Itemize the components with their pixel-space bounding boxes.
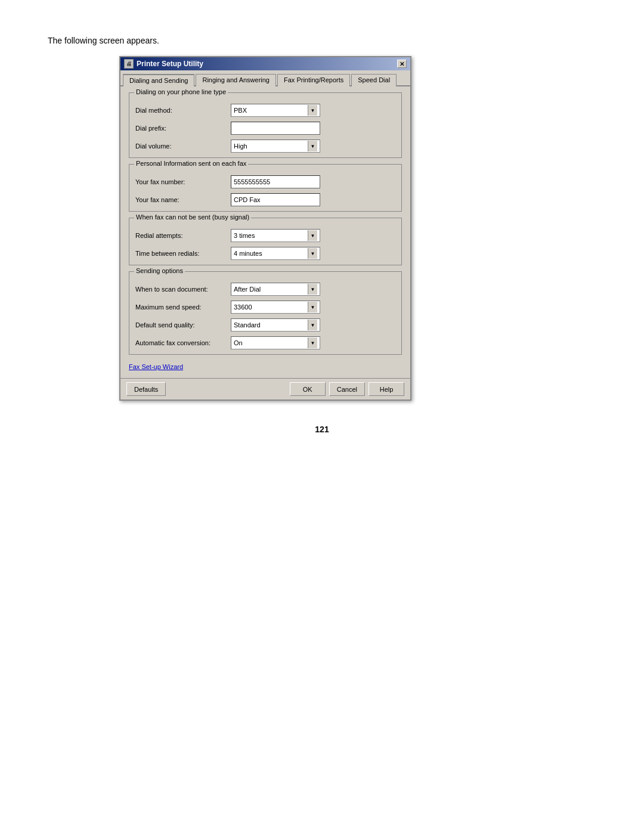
max-send-speed-control: 33600 ▼ <box>231 301 395 314</box>
dialog-titlebar: 🖨 Printer Setup Utility ✕ <box>120 57 410 70</box>
fax-number-input[interactable] <box>231 175 320 188</box>
sending-group-title: Sending options <box>134 267 185 274</box>
dial-volume-row: Dial volume: High ▼ <box>135 140 395 153</box>
dial-method-control: PBX ▼ <box>231 104 395 117</box>
dialog-title: Printer Setup Utility <box>137 60 203 68</box>
time-between-redials-select[interactable]: 4 minutes ▼ <box>231 247 320 260</box>
dial-method-arrow: ▼ <box>308 105 317 116</box>
dialing-group: Dialing on your phone line type Dial met… <box>129 92 402 158</box>
time-between-redials-label: Time between redials: <box>135 250 231 257</box>
personal-group: Personal Information sent on each fax Yo… <box>129 164 402 212</box>
fax-name-label: Your fax name: <box>135 196 231 203</box>
auto-fax-conversion-arrow: ▼ <box>308 337 317 348</box>
default-send-quality-arrow: ▼ <box>308 320 317 330</box>
wizard-link-row: Fax Set-up Wizard <box>129 361 402 372</box>
fax-setup-wizard-link[interactable]: Fax Set-up Wizard <box>129 363 183 370</box>
intro-text: The following screen appears. <box>48 36 159 45</box>
fax-number-label: Your fax number: <box>135 178 231 185</box>
cancel-button[interactable]: Cancel <box>329 382 365 396</box>
time-between-redials-row: Time between redials: 4 minutes ▼ <box>135 247 395 260</box>
close-button[interactable]: ✕ <box>397 60 407 68</box>
fax-name-control <box>231 193 395 206</box>
dial-method-row: Dial method: PBX ▼ <box>135 104 395 117</box>
dialog-footer: Defaults OK Cancel Help <box>120 378 410 400</box>
dial-volume-control: High ▼ <box>231 140 395 153</box>
personal-group-title: Personal Information sent on each fax <box>134 160 248 167</box>
scan-document-control: After Dial ▼ <box>231 283 395 296</box>
dial-prefix-row: Dial prefix: <box>135 122 395 135</box>
auto-fax-conversion-control: On ▼ <box>231 336 395 349</box>
auto-fax-conversion-select[interactable]: On ▼ <box>231 336 320 349</box>
printer-setup-dialog: 🖨 Printer Setup Utility ✕ Dialing and Se… <box>119 56 411 401</box>
ok-button[interactable]: OK <box>290 382 326 396</box>
busy-group: When fax can not be sent (busy signal) R… <box>129 218 402 265</box>
tab-fax-printing[interactable]: Fax Printing/Reports <box>277 74 350 86</box>
dialog-content: Dialing on your phone line type Dial met… <box>120 86 410 378</box>
dial-prefix-control <box>231 122 395 135</box>
dial-volume-arrow: ▼ <box>308 141 317 151</box>
max-send-speed-value: 33600 <box>234 304 308 311</box>
page-number: 121 <box>48 425 596 434</box>
scan-document-row: When to scan document: After Dial ▼ <box>135 283 395 296</box>
dial-volume-label: Dial volume: <box>135 143 231 150</box>
max-send-speed-arrow: ▼ <box>308 302 317 312</box>
help-button[interactable]: Help <box>369 382 404 396</box>
time-between-redials-control: 4 minutes ▼ <box>231 247 395 260</box>
tab-ringing-answering[interactable]: Ringing and Answering <box>196 74 276 86</box>
defaults-button[interactable]: Defaults <box>126 382 166 396</box>
redial-attempts-arrow: ▼ <box>308 230 317 241</box>
fax-number-control <box>231 175 395 188</box>
tab-dialing-sending[interactable]: Dialing and Sending <box>123 74 194 86</box>
time-between-redials-value: 4 minutes <box>234 250 308 257</box>
redial-attempts-control: 3 times ▼ <box>231 229 395 242</box>
printer-icon: 🖨 <box>124 59 134 69</box>
dial-method-value: PBX <box>234 107 308 114</box>
auto-fax-conversion-label: Automatic fax conversion: <box>135 339 231 346</box>
auto-fax-conversion-row: Automatic fax conversion: On ▼ <box>135 336 395 349</box>
fax-number-row: Your fax number: <box>135 175 395 188</box>
max-send-speed-label: Maximum send speed: <box>135 304 231 311</box>
dial-volume-select[interactable]: High ▼ <box>231 140 320 153</box>
sending-group: Sending options When to scan document: A… <box>129 271 402 355</box>
auto-fax-conversion-value: On <box>234 339 308 346</box>
scan-document-select[interactable]: After Dial ▼ <box>231 283 320 296</box>
default-send-quality-value: Standard <box>234 321 308 329</box>
redial-attempts-value: 3 times <box>234 232 308 239</box>
fax-name-input[interactable] <box>231 193 320 206</box>
redial-attempts-label: Redial attempts: <box>135 232 231 239</box>
max-send-speed-select[interactable]: 33600 ▼ <box>231 301 320 314</box>
redial-attempts-select[interactable]: 3 times ▼ <box>231 229 320 242</box>
default-send-quality-label: Default send quality: <box>135 321 231 329</box>
dial-prefix-label: Dial prefix: <box>135 125 231 132</box>
tab-speed-dial[interactable]: Speed Dial <box>351 74 397 86</box>
scan-document-arrow: ▼ <box>308 284 317 295</box>
default-send-quality-select[interactable]: Standard ▼ <box>231 318 320 332</box>
fax-name-row: Your fax name: <box>135 193 395 206</box>
dial-method-label: Dial method: <box>135 107 231 114</box>
tab-bar: Dialing and Sending Ringing and Answerin… <box>120 70 410 86</box>
scan-document-label: When to scan document: <box>135 286 231 293</box>
time-between-redials-arrow: ▼ <box>308 248 317 259</box>
dial-volume-value: High <box>234 143 308 150</box>
busy-group-title: When fax can not be sent (busy signal) <box>134 213 251 221</box>
dial-prefix-input[interactable] <box>231 122 320 135</box>
scan-document-value: After Dial <box>234 286 308 293</box>
dial-method-select[interactable]: PBX ▼ <box>231 104 320 117</box>
default-send-quality-control: Standard ▼ <box>231 318 395 332</box>
titlebar-left: 🖨 Printer Setup Utility <box>124 59 203 69</box>
redial-attempts-row: Redial attempts: 3 times ▼ <box>135 229 395 242</box>
dialing-group-title: Dialing on your phone line type <box>134 88 228 95</box>
default-send-quality-row: Default send quality: Standard ▼ <box>135 318 395 332</box>
max-send-speed-row: Maximum send speed: 33600 ▼ <box>135 301 395 314</box>
